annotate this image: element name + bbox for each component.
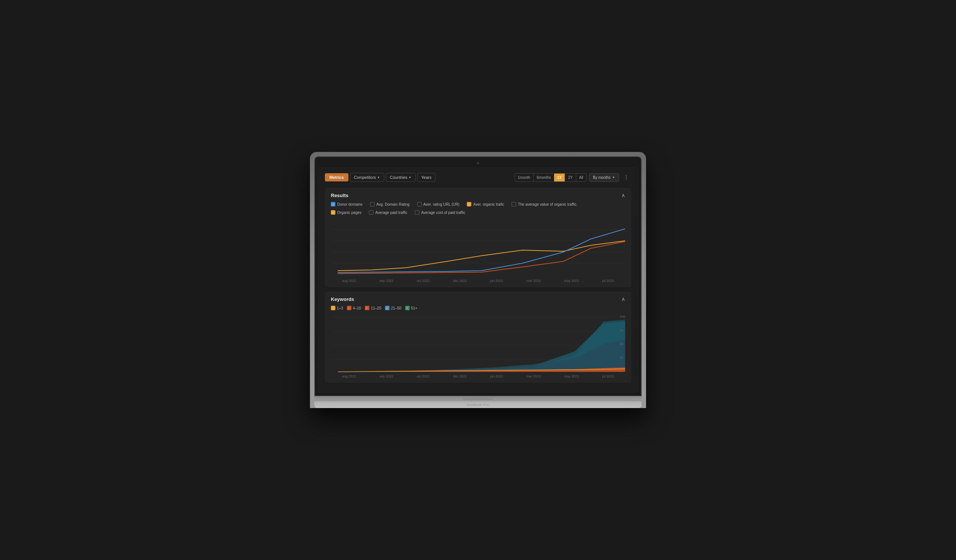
checkbox-avg-cost-paid-traffic-label: Average cost of paid traffic [421, 210, 465, 215]
by-months-dropdown-icon: ▼ [612, 176, 615, 179]
checkboxes-row-2: ✓ Organic pages Average paid traffic Ave… [331, 210, 625, 215]
results-chart-svg [331, 218, 625, 278]
kx-label-aug2022: aug 2022 [342, 375, 356, 378]
checkbox-aver-organic-traffic[interactable]: ✓ Aver. organic trafic [467, 202, 504, 207]
checkbox-donor-domains-label: Donor domains [337, 202, 363, 207]
checkbox-donor-domains[interactable]: ✓ Donor domains [331, 202, 363, 207]
screen-bezel: Metrics Competitors ▼ Countries ▼ Years [314, 157, 642, 396]
checkbox-avg-domain-rating-box [370, 202, 374, 207]
keywords-chart-svg [331, 314, 625, 374]
by-months-button[interactable]: By months ▼ [589, 173, 619, 182]
chip-4-10-box: ✓ [347, 306, 351, 310]
checkbox-avg-cost-paid-traffic[interactable]: Average cost of paid traffic [415, 210, 465, 215]
x-label-aug2022: aug 2022 [342, 279, 356, 282]
checkbox-avg-paid-traffic-box [369, 210, 373, 215]
checkbox-aver-rating-url-label: Aver. rating URL (UR) [423, 202, 460, 207]
checkbox-aver-organic-traffic-label: Aver. organic trafic [473, 202, 504, 207]
screen: Metrics Competitors ▼ Countries ▼ Years [318, 167, 638, 393]
keywords-x-axis: aug 2022 sep 2022 oct 2022 dec 2022 jan … [331, 374, 625, 378]
keywords-section: Keywords ∧ ✓ 1–3 ✓ 4–10 [325, 292, 631, 383]
checkbox-avg-value-organic-label: The average value of organic traffic. [518, 202, 577, 207]
chip-21-50: ✓ 21–50 [385, 306, 401, 310]
chip-11-20-label: 11–20 [371, 306, 381, 310]
checkbox-aver-rating-url[interactable]: Aver. rating URL (UR) [417, 202, 460, 207]
chip-51-plus-label: 51+ [411, 306, 418, 310]
laptop-base: MacBook Pro [314, 402, 642, 408]
y-label-100: 100 [620, 315, 625, 318]
toolbar-right: 1month 6months 1Y 2Y All By months ▼ ⋮ [514, 173, 631, 182]
keywords-chart-wrapper: 100 75 50 25 0 [331, 314, 625, 374]
keywords-title: Keywords [331, 296, 354, 302]
keywords-chart [331, 314, 625, 374]
results-section: Results ∧ ✓ Donor domains Avg. Domai [325, 188, 631, 287]
x-label-oct2022: oct 2022 [417, 279, 430, 282]
checkbox-avg-domain-rating[interactable]: Avg. Domain Rating [370, 202, 410, 207]
by-months-label: By months [593, 176, 610, 180]
checkbox-donor-domains-box: ✓ [331, 202, 335, 207]
chip-51-plus-box: ✓ [405, 306, 410, 310]
x-label-sep2022: sep 2022 [379, 279, 393, 282]
results-collapse-button[interactable]: ∧ [621, 192, 625, 198]
time-2y[interactable]: 2Y [565, 174, 576, 182]
x-label-jul2023: jul 2023 [602, 279, 614, 282]
app-content: Metrics Competitors ▼ Countries ▼ Years [318, 167, 638, 393]
chip-21-50-box: ✓ [385, 306, 390, 310]
time-range-group: 1month 6months 1Y 2Y All [514, 173, 586, 182]
y-label-0: 0 [620, 369, 625, 373]
competitors-dropdown-icon: ▼ [377, 176, 380, 179]
chip-4-10-label: 4–10 [353, 306, 361, 310]
keywords-collapse-button[interactable]: ∧ [621, 296, 625, 302]
checkbox-avg-value-organic-box [512, 202, 516, 207]
checkbox-aver-organic-traffic-box: ✓ [467, 202, 471, 207]
camera-bar [318, 159, 638, 167]
chip-11-20: ✓ 11–20 [365, 306, 381, 310]
kx-label-oct2022: oct 2022 [417, 375, 430, 378]
checkbox-avg-value-organic[interactable]: The average value of organic traffic. [512, 202, 577, 207]
chip-1-3-box: ✓ [331, 306, 335, 310]
time-1y[interactable]: 1Y [554, 174, 565, 182]
kx-label-sep2022: sep 2022 [379, 375, 393, 378]
chip-51-plus: ✓ 51+ [405, 306, 418, 310]
years-button[interactable]: Years [417, 173, 436, 182]
more-options-button[interactable]: ⋮ [621, 173, 631, 182]
toolbar-left: Metrics Competitors ▼ Countries ▼ Years [325, 173, 436, 182]
y-label-75: 75 [620, 329, 625, 332]
x-label-may2023: may 2023 [564, 279, 579, 282]
keywords-header: Keywords ∧ [331, 296, 625, 302]
chip-21-50-label: 21–50 [391, 306, 401, 310]
countries-dropdown-icon: ▼ [409, 176, 412, 179]
chip-11-20-box: ✓ [365, 306, 370, 310]
checkbox-avg-paid-traffic[interactable]: Average paid traffic [369, 210, 407, 215]
camera-dot [477, 162, 479, 164]
metrics-button[interactable]: Metrics [325, 173, 348, 182]
results-x-axis: aug 2022 sep 2022 oct 2022 dec 2022 jan … [331, 278, 625, 282]
toolbar: Metrics Competitors ▼ Countries ▼ Years [325, 173, 631, 182]
kx-label-may2023: may 2023 [564, 375, 579, 378]
competitors-button[interactable]: Competitors ▼ [350, 173, 384, 182]
chip-4-10: ✓ 4–10 [347, 306, 361, 310]
results-chart [331, 218, 625, 278]
keywords-chips: ✓ 1–3 ✓ 4–10 ✓ 11–20 [331, 306, 625, 310]
checkbox-avg-cost-paid-traffic-box [415, 210, 419, 215]
x-label-mar2023: mar 2023 [527, 279, 541, 282]
time-6months[interactable]: 6months [534, 174, 554, 182]
kx-label-dec2022: dec 2022 [453, 375, 467, 378]
checkbox-organic-pages-label: Organic pages [337, 210, 362, 215]
countries-button[interactable]: Countries ▼ [386, 173, 416, 182]
y-label-50: 50 [620, 342, 625, 346]
x-label-jan2023: jan 2023 [490, 279, 503, 282]
x-label-dec2022: dec 2022 [453, 279, 467, 282]
laptop-notch [463, 398, 493, 400]
time-all[interactable]: All [576, 174, 586, 182]
laptop-brand-label: MacBook Pro [467, 403, 489, 406]
checkbox-organic-pages-box: ✓ [331, 210, 335, 215]
checkboxes-row-1: ✓ Donor domains Avg. Domain Rating Aver.… [331, 202, 625, 207]
kx-label-jul2023: jul 2023 [602, 375, 614, 378]
results-title: Results [331, 193, 348, 198]
time-1month[interactable]: 1month [515, 174, 534, 182]
results-header: Results ∧ [331, 192, 625, 198]
keywords-y-axis: 100 75 50 25 0 [620, 314, 625, 374]
checkbox-aver-rating-url-box [417, 202, 421, 207]
checkbox-organic-pages[interactable]: ✓ Organic pages [331, 210, 362, 215]
kx-label-mar2023: mar 2023 [527, 375, 541, 378]
